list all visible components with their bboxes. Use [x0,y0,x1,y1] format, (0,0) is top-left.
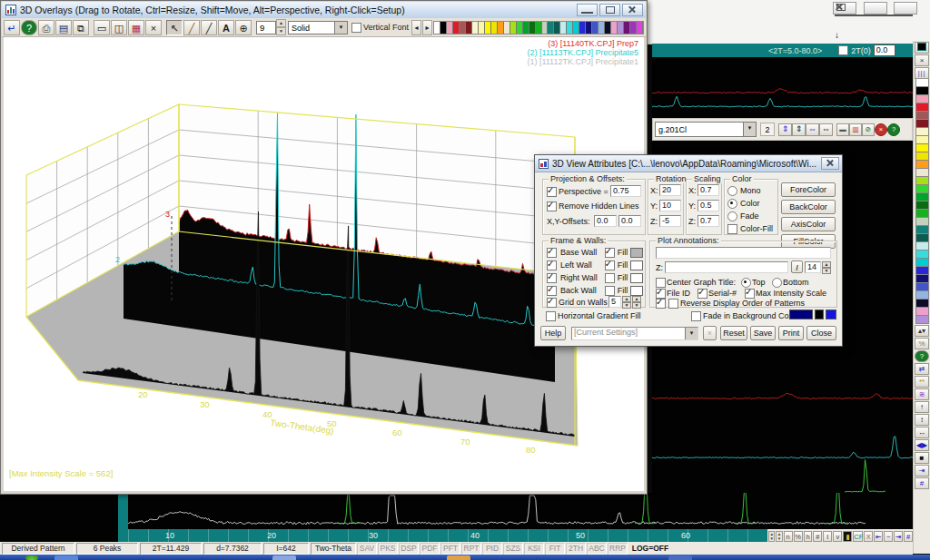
stack-count[interactable]: 2 [760,123,775,136]
chart-options-icon[interactable]: ▦ [128,20,144,35]
compress-horizontal-icon[interactable]: ⇔ [819,123,833,136]
status-flag-dsp[interactable]: DSP [399,543,419,555]
palette-color-swatch[interactable] [915,193,929,201]
wall-checkbox[interactable] [547,248,557,258]
font-size-input[interactable]: 9 [256,21,276,34]
palette-color-swatch[interactable] [567,22,573,34]
palette-color-swatch[interactable] [624,22,630,34]
palette-right-icon[interactable]: ▸ [422,20,432,35]
grid-stepper[interactable]: ▲▼ [622,296,631,308]
taskbar-app[interactable] [54,555,78,560]
palette-color-swatch[interactable] [915,87,929,95]
pointer-tool-icon[interactable]: ↖ [166,20,183,35]
nav-button[interactable]: ⇤ [874,531,883,542]
wall-fill-checkbox[interactable] [605,286,615,296]
status-flag-abc[interactable]: ABC [587,543,607,555]
two-theta-zero-checkbox[interactable] [838,45,848,55]
palette-color-swatch[interactable] [915,226,929,234]
wall-fill-checkbox[interactable] [605,273,615,283]
palette-color-swatch[interactable] [517,22,523,34]
cf-button[interactable]: CF [853,531,863,542]
taskbar[interactable] [0,555,930,560]
palette-color-swatch[interactable] [472,22,479,34]
palette-color-swatch[interactable] [915,128,929,136]
x-button[interactable]: X [864,531,873,542]
axiscolor-button[interactable]: AxisColor [781,217,836,231]
taskbar-app[interactable] [668,555,692,560]
remove-hidden-checkbox[interactable] [547,201,557,211]
tab-right-icon[interactable]: ⇥ [915,465,929,476]
palette-color-swatch[interactable] [504,22,510,34]
status-flag-pks[interactable]: PKS [378,543,398,555]
fade-bg-checkbox[interactable] [691,311,701,321]
palette-color-swatch[interactable] [915,300,929,308]
palette-color-swatch[interactable] [554,22,560,34]
palette-color-swatch[interactable] [915,218,929,226]
title-bottom-radio[interactable] [772,278,782,288]
palette-color-swatch[interactable] [915,275,929,283]
palette-color-swatch[interactable] [915,95,929,103]
status-flag-fit[interactable]: FIT [545,543,565,555]
mini-button-I[interactable]: I [823,531,832,542]
reset-button[interactable]: Reset [720,326,747,340]
palette-color-swatch[interactable] [510,22,517,34]
star-icon[interactable]: ** [915,376,929,388]
window-layout-icon[interactable]: ▭ [94,20,110,35]
font-size-stepper[interactable]: ▲▼ [822,261,831,273]
grid-on-walls-checkbox[interactable] [547,298,557,308]
color-radio[interactable] [727,186,737,196]
help-icon[interactable]: ? [21,20,37,35]
palette-color-swatch[interactable] [453,22,460,34]
palette-color-swatch[interactable] [447,22,453,34]
mini-button-v[interactable]: v [833,531,842,542]
minimize-icon[interactable] [577,4,598,16]
palette-left-icon[interactable]: ◂ [411,20,421,35]
status-flag-rpt[interactable]: RPT [461,543,481,555]
arrow-updown-icon[interactable]: ↕ [915,414,929,426]
no-display-icon[interactable]: ⊘ [862,123,875,136]
status-flag-sav[interactable]: SAV [357,543,377,555]
palette-color-swatch[interactable] [573,22,579,34]
zoom-in-stepper[interactable]: ▴▾ [768,531,775,542]
palette-color-swatch[interactable] [611,22,618,34]
mini-button-%[interactable]: % [794,531,803,542]
mini-button-n[interactable]: n [784,531,793,542]
font-button[interactable]: I [791,260,803,273]
pencil-tool-icon[interactable]: ╱ [183,20,200,35]
palette-color-swatch[interactable] [542,22,549,34]
restore-icon[interactable] [599,4,620,16]
palette-color-swatch[interactable] [915,267,929,275]
grid-stepper2[interactable]: ▲▼ [632,296,641,308]
palette-color-swatch[interactable] [466,22,472,34]
arrow-leftright-icon[interactable]: ↔ [915,427,929,438]
perspective-input[interactable]: 0.75 [610,185,641,197]
offset-x-input[interactable]: 0.0 [594,215,617,227]
palette-color-swatch[interactable] [618,22,624,34]
palette-color-swatch[interactable] [548,22,554,34]
scaling-x-input[interactable]: 0.7 [698,184,719,196]
reverse-checkbox[interactable] [656,299,666,309]
scaling-y-input[interactable]: 0.5 [698,200,719,211]
close-icon[interactable] [622,4,643,16]
print-button[interactable]: Print [778,326,804,340]
palette-color-swatch[interactable] [915,251,929,259]
hash-icon[interactable]: # [915,477,929,489]
rotation-x-input[interactable]: 20 [659,184,681,196]
mini-button-h[interactable]: h [804,531,813,542]
rotation-z-input[interactable]: -5 [659,215,681,227]
palette-color-swatch[interactable] [479,22,485,34]
taskbar-app[interactable] [272,555,296,560]
palette-color-swatch[interactable] [915,136,929,144]
delete-preset-button[interactable]: × [703,326,717,340]
close-icon[interactable] [821,157,839,170]
restore-icon[interactable] [864,2,887,15]
swap-icon[interactable]: ⇄ [915,363,929,375]
status-flag-rrp[interactable]: RRP [608,543,628,555]
line-tool-icon[interactable]: ╱ [201,20,217,35]
palette-color-swatch[interactable] [915,308,929,316]
palette-color-swatch[interactable] [915,201,929,210]
percent-icon[interactable]: % [915,338,929,349]
fade-color-swatch[interactable] [815,309,824,319]
palette-color-swatch[interactable] [915,79,929,87]
two-theta-zero-input[interactable]: 0.0 [874,44,895,56]
